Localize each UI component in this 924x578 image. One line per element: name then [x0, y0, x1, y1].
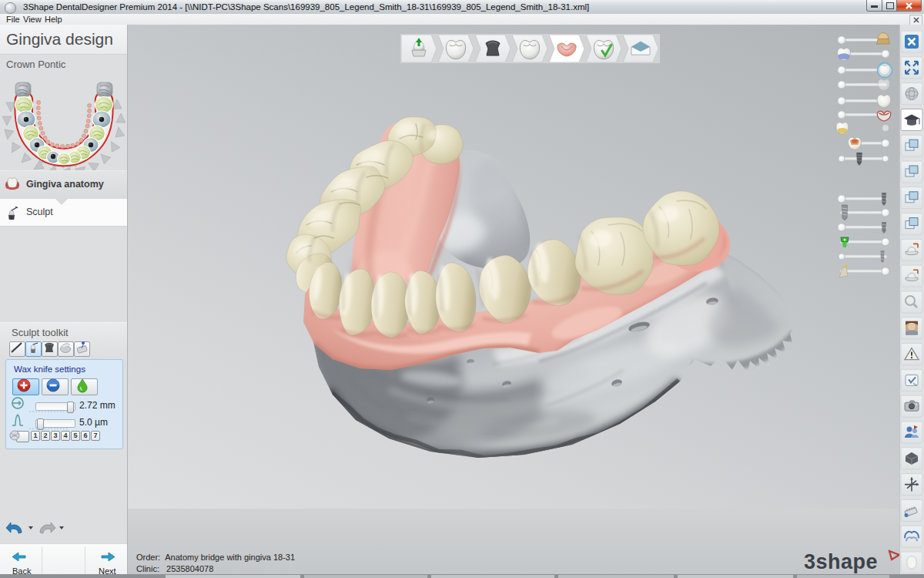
svg-text:3shape: 3shape [804, 550, 878, 573]
